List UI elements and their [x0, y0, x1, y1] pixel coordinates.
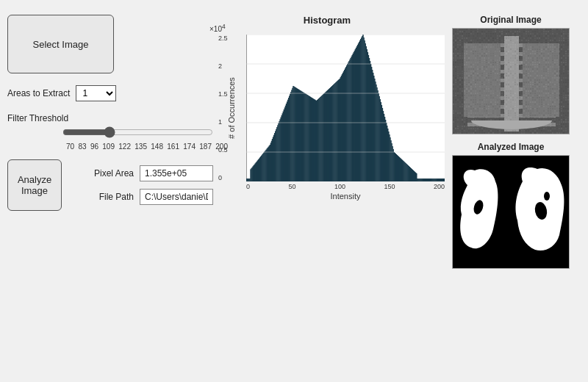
analyzed-image-label: Analyzed Image — [478, 142, 545, 152]
analyze-image-button[interactable]: Analyze Image — [7, 159, 62, 211]
original-image — [452, 28, 570, 134]
areas-to-extract-label: Areas to Extract — [7, 88, 70, 98]
filter-threshold-slider[interactable] — [62, 126, 213, 138]
y-axis-scale: ×104 — [209, 23, 226, 33]
histogram-canvas — [246, 35, 445, 181]
slider-tick-labels: 70 83 96 109 122 135 148 161 174 187 200 — [66, 143, 228, 151]
original-image-label: Original Image — [480, 15, 541, 25]
x-axis-label: Intensity — [331, 192, 361, 201]
areas-to-extract-select[interactable]: 1 2 3 — [76, 85, 116, 101]
pixel-area-value[interactable] — [140, 165, 213, 181]
y-axis-ticks: 2.5 2 1.5 1 0.5 0 — [218, 35, 228, 181]
select-image-button[interactable]: Select Image — [7, 15, 114, 73]
file-path-value[interactable] — [140, 189, 213, 205]
file-path-label: File Path — [84, 192, 134, 202]
histogram-title: Histogram — [304, 15, 351, 26]
analyzed-image — [452, 155, 570, 269]
y-axis-label: # of Occurrences — [227, 77, 236, 139]
filter-threshold-label: Filter Threshold — [7, 113, 68, 123]
pixel-area-label: Pixel Area — [84, 168, 134, 179]
x-axis-ticks: 0 50 100 150 200 — [246, 183, 445, 190]
